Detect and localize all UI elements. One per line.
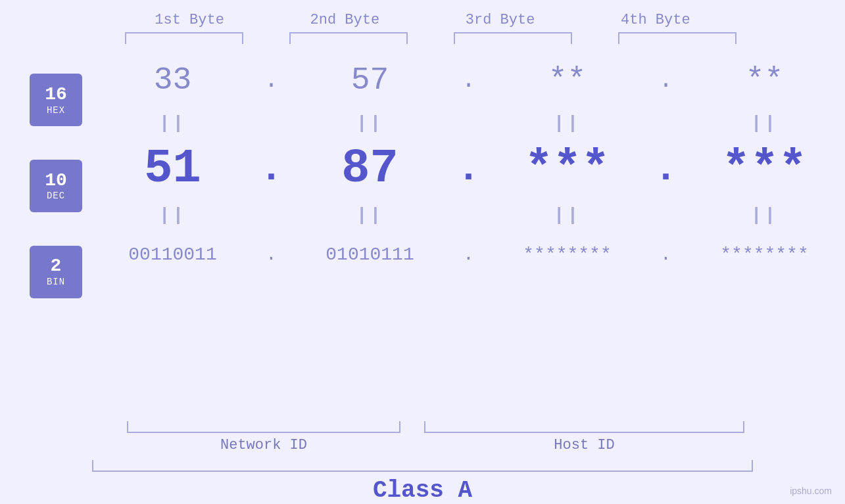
bin-b3-value: ******** [523,244,611,265]
watermark: ipshu.com [790,486,832,496]
bin-b2-cell: 01010111 [298,244,443,265]
hex-dot3: . [656,67,676,94]
bin-b3-cell: ******** [495,244,640,265]
hex-b4-value: ** [746,62,784,98]
dec-b2-value: 87 [341,142,398,196]
byte4-label: 4th Byte [583,12,728,28]
hex-b2-cell: 57 [298,62,443,98]
bin-b1-cell: 00110011 [101,244,245,265]
class-row: Class A [0,477,845,504]
class-label: Class A [373,477,472,504]
main-container: 1st Byte 2nd Byte 3rd Byte 4th Byte 16 H… [0,0,845,504]
top-bracket-1 [112,32,256,44]
dec-b4-value: *** [722,142,808,196]
hex-badge-num: 16 [45,85,67,105]
big-bracket [92,460,753,472]
dec-b4-cell: *** [692,142,837,196]
dec-dot2: . [459,147,479,191]
hex-row: 33 . 57 . ** . ** [92,51,845,110]
dec-badge: 10 DEC [30,160,82,212]
dec-badge-num: 10 [45,171,67,191]
byte2-label: 2nd Byte [272,12,417,28]
dec-b3-cell: *** [495,142,640,196]
sep1-b3: || [554,113,581,133]
bin-b2-value: 01010111 [326,244,414,265]
bottom-brackets-row [0,421,845,433]
hex-b2-value: 57 [351,62,389,98]
bin-badge-label: BIN [47,277,65,287]
host-bracket [424,421,744,433]
host-bracket-wrap [416,421,753,433]
sep2-b4: || [751,205,779,225]
hex-dot1: . [262,67,281,94]
bin-b1-value: 00110011 [128,244,216,265]
bin-dot2: . [459,244,479,265]
dec-badge-label: DEC [47,191,65,201]
sep1-b2: || [356,113,384,133]
hex-b1-cell: 33 [101,62,245,98]
byte3-label: 3rd Byte [428,12,573,28]
dec-b2-cell: 87 [298,142,443,196]
sep1-b4: || [751,113,779,133]
host-id-label: Host ID [416,437,753,453]
data-area: 16 HEX 10 DEC 2 BIN 33 . [0,51,845,420]
sep-row-2: || || || || [92,202,845,228]
top-bracket-4 [605,32,750,44]
top-bracket-2 [276,32,421,44]
hex-dot2: . [459,67,479,94]
hex-badge-label: HEX [47,105,65,116]
network-bracket-wrap [112,421,416,433]
bin-dot3: . [656,244,676,265]
dec-b1-cell: 51 [101,142,245,196]
dec-b3-value: *** [525,142,610,196]
bin-b4-cell: ******** [692,244,837,265]
big-bracket-row [0,460,845,472]
dec-row: 51 . 87 . *** . *** [92,136,845,202]
hex-b3-value: ** [548,62,587,98]
bin-badge: 2 BIN [30,246,82,298]
id-labels-row: Network ID Host ID [0,437,845,453]
hex-b1-value: 33 [154,62,192,98]
bin-dot1: . [262,244,281,265]
dec-dot3: . [656,147,676,191]
hex-badge: 16 HEX [30,74,82,126]
sep1-b1: || [159,113,187,133]
dec-b1-value: 51 [144,142,201,196]
sep-row-1: || || || || [92,110,845,136]
bin-b4-value: ******** [720,244,808,265]
hex-b4-cell: ** [692,62,837,98]
badges-column: 16 HEX 10 DEC 2 BIN [0,51,92,420]
byte1-label: 1st Byte [117,12,262,28]
network-id-label: Network ID [112,437,416,453]
network-bracket [127,421,400,433]
dec-dot1: . [262,147,281,191]
hex-b3-cell: ** [495,62,640,98]
bin-row: 00110011 . 01010111 . ******** . [92,228,845,281]
sep2-b1: || [159,205,187,225]
sep2-b3: || [554,205,581,225]
bin-badge-num: 2 [51,256,62,277]
data-columns: 33 . 57 . ** . ** [92,51,845,420]
byte-headers: 1st Byte 2nd Byte 3rd Byte 4th Byte [0,12,845,28]
sep2-b2: || [356,205,384,225]
top-bracket-3 [441,32,585,44]
top-brackets [0,32,845,44]
